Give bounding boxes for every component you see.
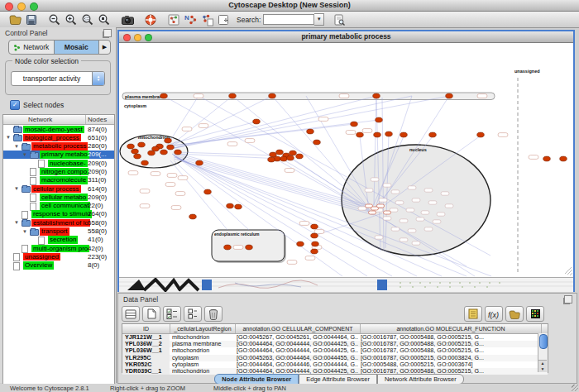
nucleus-node[interactable] — [384, 211, 391, 214]
scrollbar-thumb[interactable] — [539, 334, 548, 349]
plasma-membrane-region[interactable] — [122, 93, 495, 100]
graph-node[interactable] — [138, 142, 146, 147]
col-header-id[interactable]: ID — [122, 324, 170, 333]
col-header-cellular-component[interactable]: annotation.GO CELLULAR_COMPONENT — [236, 324, 361, 333]
graph-node[interactable] — [167, 145, 175, 150]
graph-node[interactable] — [351, 122, 358, 127]
graph-node[interactable] — [311, 233, 318, 238]
graph-node[interactable] — [175, 150, 182, 155]
graph-node[interactable] — [311, 224, 318, 229]
tree-row[interactable]: multi-organism pro42(0) — [3, 244, 114, 252]
float-panel-icon[interactable] — [103, 29, 112, 37]
graph-node[interactable] — [311, 249, 318, 254]
tab-mosaic[interactable]: Mosaic — [55, 41, 100, 54]
graph-node[interactable] — [376, 117, 383, 122]
graph-node[interactable] — [312, 241, 319, 246]
graph-node[interactable] — [373, 93, 380, 98]
nucleus-node[interactable] — [416, 218, 424, 221]
expander-icon[interactable]: ▼ — [22, 227, 27, 236]
graph-node-label[interactable] — [233, 246, 243, 250]
zoom-in-icon[interactable] — [64, 13, 79, 26]
tree-row[interactable]: cell communicat22(0) — [3, 202, 114, 210]
tab-edge-attribute-browser[interactable]: Edge Attribute Browser — [299, 374, 377, 385]
graph-node-label[interactable] — [182, 127, 192, 131]
table-row[interactable]: YPL036W__1mitochondrion[GO:0044464, GO:0… — [122, 347, 548, 354]
nucleus-node[interactable] — [424, 227, 433, 231]
search-input[interactable] — [263, 14, 314, 25]
nucleus-node[interactable] — [428, 201, 437, 204]
graph-node-label[interactable] — [140, 204, 150, 208]
graph-node-label[interactable] — [128, 171, 138, 175]
graph-node[interactable] — [374, 132, 381, 137]
new-network-view-icon[interactable]: N — [183, 13, 198, 26]
graph-node[interactable] — [446, 93, 453, 98]
delete-attribute-icon[interactable] — [204, 306, 223, 322]
tree-row[interactable]: nitrogen compo209(0) — [3, 167, 114, 175]
destroy-network-view-icon[interactable] — [199, 13, 214, 26]
table-scrollbar[interactable]: ▲▼ — [538, 333, 548, 372]
tree-header-nodes[interactable]: Nodes — [88, 116, 107, 123]
graph-node[interactable] — [235, 204, 242, 209]
network-canvas[interactable]: plasma membranecytoplasmmitochondrionnuc… — [119, 43, 573, 277]
graph-node[interactable] — [229, 93, 237, 98]
graph-node[interactable] — [141, 160, 149, 165]
tree-row[interactable]: cellular metabo209(0) — [3, 193, 114, 201]
graph-node[interactable] — [204, 189, 212, 194]
graph-node-label[interactable] — [305, 256, 315, 261]
graph-node[interactable] — [307, 129, 314, 134]
tree-row[interactable]: ▼metabolic process280(0) — [3, 142, 114, 151]
tree-row[interactable]: ▼establishment of lo558(0) — [3, 218, 114, 227]
tree-row[interactable]: ▼biological_process651(0) — [3, 133, 114, 141]
nucleus-node[interactable] — [412, 198, 420, 202]
col-header-molecular-function[interactable]: annotation.GO MOLECULAR_FUNCTION — [361, 324, 542, 333]
tab-network-attribute-browser[interactable]: Network Attribute Browser — [377, 374, 464, 385]
graph-node[interactable] — [246, 245, 253, 250]
graph-node[interactable] — [400, 132, 408, 137]
zoom-out-icon[interactable] — [47, 13, 62, 26]
table-row[interactable]: YJR121W__1mitochondrion[GO:0045267, GO:0… — [122, 334, 548, 341]
graph-node-label[interactable] — [285, 169, 294, 173]
formula-builder-icon[interactable]: f(x) — [485, 306, 503, 322]
nucleus-node[interactable] — [412, 241, 420, 245]
tree-row[interactable]: macromolecule311(0) — [3, 176, 114, 184]
graph-node[interactable] — [385, 131, 393, 136]
graph-node[interactable] — [287, 155, 294, 160]
graph-node-label[interactable] — [339, 94, 349, 98]
heatmap-icon[interactable] — [526, 306, 544, 322]
graph-node-label[interactable] — [194, 94, 203, 98]
save-session-icon[interactable] — [24, 13, 39, 26]
expander-icon[interactable]: ▼ — [22, 151, 27, 159]
graph-node[interactable] — [224, 245, 232, 250]
tree-row[interactable]: ▼transport558(0) — [3, 227, 114, 236]
graph-node[interactable] — [477, 132, 485, 137]
graph-node[interactable] — [165, 138, 172, 143]
nucleus-node[interactable] — [408, 229, 416, 232]
expander-icon[interactable]: ▼ — [6, 133, 11, 141]
graph-node[interactable] — [227, 203, 234, 208]
graph-node[interactable] — [196, 160, 203, 165]
graph-node[interactable] — [253, 119, 261, 124]
graph-node-label[interactable] — [227, 142, 237, 146]
create-attribute-icon[interactable] — [142, 306, 160, 322]
graph-node-label[interactable] — [165, 183, 175, 187]
float-data-panel-icon[interactable] — [564, 295, 572, 304]
graph-node[interactable] — [160, 150, 168, 155]
graph-node[interactable] — [297, 241, 304, 246]
annotation-icon[interactable] — [216, 13, 231, 26]
app-titlebar[interactable]: Cytoscape Desktop (New Session) — [0, 0, 579, 12]
tree-row[interactable]: ▼primary metabo209(... — [3, 151, 114, 159]
nucleus-node[interactable] — [369, 211, 376, 214]
nucleus-node[interactable] — [377, 204, 385, 208]
nucleus-node[interactable] — [406, 208, 414, 212]
graph-node-label[interactable] — [346, 131, 356, 135]
tree-row[interactable]: nucleobase-209(0) — [3, 159, 114, 167]
graph-node-label[interactable] — [199, 124, 208, 128]
nucleus-node[interactable] — [391, 190, 400, 194]
graph-node[interactable] — [269, 93, 276, 98]
nucleus-node[interactable] — [383, 184, 391, 187]
graph-node-label[interactable] — [529, 155, 538, 160]
tree-row[interactable]: unassigned223(0) — [3, 252, 114, 261]
graph-node-label[interactable] — [167, 174, 177, 178]
search-index-icon[interactable] — [332, 13, 347, 26]
graph-node[interactable] — [276, 150, 284, 155]
